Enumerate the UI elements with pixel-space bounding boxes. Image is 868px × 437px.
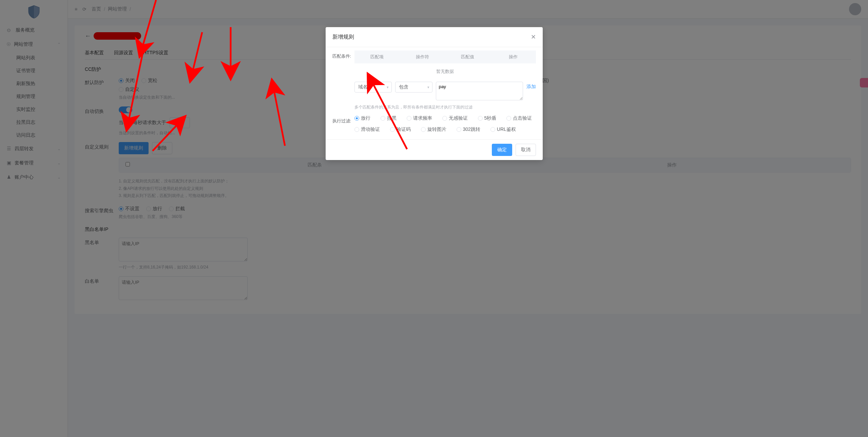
- cond-label: 匹配条件:: [332, 51, 354, 80]
- cancel-button[interactable]: 取消: [516, 144, 536, 156]
- cond-empty: 暂无数据: [354, 63, 536, 80]
- radio-label: 点击验证: [513, 115, 532, 121]
- col-act: 操作: [490, 51, 536, 63]
- filter-label: 执行过滤:: [332, 115, 354, 124]
- new-rule-modal: 新增规则 ✕ 匹配条件: 匹配项 操作符 匹配值 操作 暂无数据 域名 包含 p…: [326, 27, 543, 160]
- filter-5s[interactable]: 5秒盾: [478, 115, 497, 121]
- close-icon[interactable]: ✕: [531, 33, 536, 41]
- filter-rotate[interactable]: 旋转图片: [421, 126, 446, 133]
- radio-label: 302跳转: [463, 126, 480, 133]
- filter-rate[interactable]: 请求频率: [407, 115, 432, 121]
- radio-label: URL鉴权: [497, 126, 516, 133]
- radio-label: 滑动验证: [361, 126, 380, 133]
- operator-select[interactable]: 包含: [395, 82, 432, 93]
- radio-label: 请求频率: [413, 115, 432, 121]
- radio-label: 旋转图片: [427, 126, 446, 133]
- confirm-button[interactable]: 确定: [492, 144, 512, 156]
- filter-slide[interactable]: 滑动验证: [354, 126, 380, 133]
- add-condition-link[interactable]: 添加: [526, 82, 536, 90]
- select-value: 包含: [399, 84, 408, 90]
- radio-label: 放行: [361, 115, 370, 121]
- match-item-select[interactable]: 域名: [354, 82, 392, 93]
- filter-urlauth[interactable]: URL鉴权: [490, 126, 516, 133]
- select-value: 域名: [358, 84, 368, 90]
- col-item: 匹配项: [354, 51, 400, 63]
- col-val: 匹配值: [445, 51, 490, 63]
- match-value-input[interactable]: pay: [436, 82, 523, 100]
- filter-captcha[interactable]: 验证码: [390, 126, 411, 133]
- radio-label: 5秒盾: [484, 115, 497, 121]
- radio-label: 拉黑: [387, 115, 397, 121]
- filter-allow[interactable]: 放行: [354, 115, 370, 121]
- cond-hint: 多个匹配条件的关系为且，即所有条件都满足时才执行下面的过滤: [354, 104, 536, 110]
- radio-label: 无感验证: [449, 115, 468, 121]
- filter-click[interactable]: 点击验证: [506, 115, 532, 121]
- filter-block[interactable]: 拉黑: [381, 115, 397, 121]
- filter-nosense[interactable]: 无感验证: [442, 115, 468, 121]
- filter-302[interactable]: 302跳转: [457, 126, 480, 133]
- modal-title: 新增规则: [332, 34, 354, 41]
- radio-label: 验证码: [397, 126, 411, 133]
- col-op: 操作符: [400, 51, 445, 63]
